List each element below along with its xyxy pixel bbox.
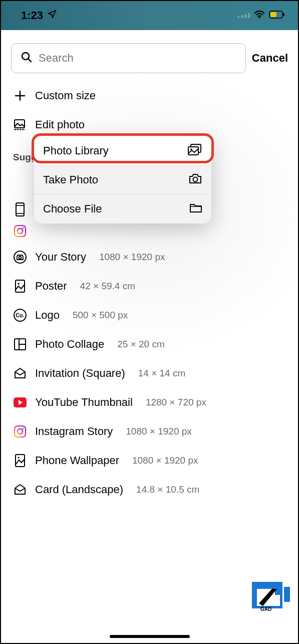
svg-point-30: [18, 429, 23, 434]
photo-library-icon: [187, 144, 202, 158]
svg-point-20: [19, 257, 22, 259]
svg-point-19: [14, 251, 26, 263]
svg-text:Co.: Co.: [16, 312, 25, 318]
search-icon: [21, 51, 33, 65]
section-suggested-label: Suggested: [13, 152, 33, 163]
wallpaper-icon: [13, 454, 27, 468]
svg-point-17: [18, 229, 23, 234]
popover-take-photo[interactable]: Take Photo: [34, 165, 211, 194]
row-instagram-story[interactable]: Instagram Story 1080 × 1920 px: [1, 417, 298, 446]
signal-dots-icon: [237, 13, 250, 18]
row-edit-photo[interactable]: Edit photo: [1, 110, 298, 139]
popover-label: Take Photo: [43, 173, 98, 186]
row-label: Invitation (Square): [35, 367, 125, 380]
svg-rect-29: [15, 426, 26, 437]
row-dimensions: 500 × 500 px: [73, 310, 128, 321]
popover-label: Choose File: [43, 202, 102, 216]
svg-rect-13: [16, 203, 24, 216]
row-label: Instagram Story: [35, 425, 113, 438]
row-label: Photo Collage: [35, 338, 104, 351]
svg-point-18: [22, 227, 24, 229]
row-logo[interactable]: Co. Logo 500 × 500 px: [1, 301, 298, 330]
row-dimensions: 1080 × 1920 px: [99, 252, 165, 263]
svg-rect-44: [284, 587, 290, 602]
folder-icon: [189, 202, 202, 216]
svg-point-31: [22, 427, 24, 429]
svg-rect-16: [15, 226, 26, 237]
status-time: 1:23: [21, 9, 43, 22]
svg-point-9: [14, 129, 16, 130]
wifi-icon: [254, 10, 265, 21]
instagram-color-icon: [13, 224, 27, 238]
row-dimensions: 1080 × 1920 px: [126, 426, 192, 437]
battery-icon: [269, 11, 285, 21]
row-card-landscape[interactable]: Card (Landscape) 14.8 × 10.5 cm: [1, 475, 298, 504]
row-label: Custom size: [35, 89, 96, 102]
search-input-container[interactable]: [11, 43, 246, 73]
row-label: YouTube Thumbnail: [35, 396, 133, 409]
row-label: Your Story: [35, 251, 86, 264]
row-dimensions: 14.8 × 10.5 cm: [136, 484, 199, 495]
youtube-icon: [13, 395, 27, 409]
svg-point-33: [18, 457, 19, 458]
svg-rect-3: [270, 12, 276, 17]
svg-point-11: [20, 129, 21, 130]
row-poster[interactable]: Poster 42 × 59.4 cm: [1, 272, 298, 301]
row-photo-collage[interactable]: Photo Collage 25 × 20 cm: [1, 330, 298, 359]
popover-choose-file[interactable]: Choose File: [34, 194, 211, 224]
row-dimensions: 42 × 59.4 cm: [80, 281, 135, 292]
row-custom-size[interactable]: Custom size: [1, 81, 298, 110]
svg-rect-2: [283, 13, 284, 16]
main-content: Cancel Custom size Edit photo Suggested …: [1, 30, 298, 504]
watermark-logo: GAD: [252, 582, 291, 613]
cancel-button[interactable]: Cancel: [252, 52, 288, 65]
ios-status-bar: 1:23: [1, 1, 298, 30]
search-input[interactable]: [39, 52, 236, 65]
home-indicator[interactable]: [110, 635, 190, 638]
svg-rect-35: [188, 147, 198, 155]
svg-line-5: [29, 59, 32, 62]
row-invitation[interactable]: Invitation (Square) 14 × 14 cm: [1, 359, 298, 388]
row-dimensions: 25 × 20 cm: [117, 339, 165, 350]
row-label: Poster: [35, 280, 67, 293]
logo-co-icon: Co.: [13, 308, 27, 322]
plus-icon: [13, 89, 27, 103]
row-label: Edit photo: [35, 118, 85, 131]
row-dimensions: 1280 × 720 px: [146, 397, 206, 408]
svg-point-0: [259, 17, 260, 18]
popover-label: Photo Library: [43, 144, 109, 157]
card-envelope-icon: [13, 483, 27, 497]
phone-frame-icon: [13, 202, 27, 217]
svg-point-22: [18, 283, 20, 285]
row-phone-wallpaper[interactable]: Phone Wallpaper 1080 × 1920 px: [1, 446, 298, 475]
svg-rect-8: [15, 120, 25, 128]
row-your-story[interactable]: Your Story 1080 × 1920 px: [1, 243, 298, 272]
svg-point-37: [193, 177, 198, 181]
collage-icon: [13, 337, 27, 351]
row-label: Phone Wallpaper: [35, 454, 119, 467]
row-dimensions: 1080 × 1920 px: [132, 455, 198, 466]
camera-circle-icon: [13, 250, 27, 264]
location-arrow-icon: [47, 9, 57, 22]
instagram-icon: [13, 424, 27, 439]
photo-source-popover: Photo Library Take Photo Choose File: [34, 136, 211, 224]
row-label: Card (Landscape): [35, 483, 123, 496]
edit-photo-icon: [13, 118, 27, 132]
poster-icon: [13, 279, 27, 293]
row-youtube-thumbnail[interactable]: YouTube Thumbnail 1280 × 720 px: [1, 388, 298, 417]
camera-icon: [188, 173, 202, 186]
svg-text:GAD: GAD: [260, 606, 271, 612]
popover-photo-library[interactable]: Photo Library: [34, 136, 211, 165]
row-dimensions: 14 × 14 cm: [138, 368, 186, 379]
row-label: Logo: [35, 309, 60, 322]
envelope-open-icon: [13, 366, 27, 380]
